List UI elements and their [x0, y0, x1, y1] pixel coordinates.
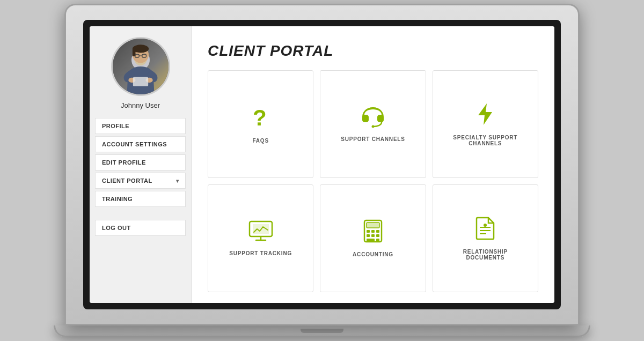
svg-rect-12 — [133, 77, 148, 86]
svg-rect-21 — [367, 223, 379, 228]
screen-bezel: Johnny User PROFILE ACCOUNT SETTINGS EDI… — [83, 20, 561, 309]
question-icon: ? — [250, 105, 272, 132]
bolt-icon — [477, 102, 493, 129]
svg-point-34 — [484, 224, 487, 227]
sidebar-item-account-settings[interactable]: ACCOUNT SETTINGS — [95, 136, 186, 152]
laptop-frame: Johnny User PROFILE ACCOUNT SETTINGS EDI… — [64, 4, 580, 325]
tile-faqs-label: FAQS — [252, 138, 268, 144]
page-title: CLIENT PORTAL — [208, 42, 538, 60]
tile-accounting[interactable]: ACCOUNTING — [320, 184, 426, 292]
sidebar-item-client-portal[interactable]: CLIENT PORTAL ▾ — [95, 173, 186, 189]
tile-accounting-label: ACCOUNTING — [353, 251, 393, 257]
chevron-down-icon: ▾ — [176, 178, 179, 184]
svg-text:?: ? — [253, 105, 267, 129]
svg-marker-15 — [478, 103, 492, 125]
laptop-hinge — [301, 329, 343, 333]
svg-rect-29 — [367, 239, 375, 241]
monitor-icon — [248, 220, 273, 245]
svg-rect-25 — [376, 230, 379, 233]
tile-support-channels[interactable]: SUPPORT CHANNELS — [320, 70, 426, 178]
svg-rect-26 — [367, 234, 370, 237]
svg-rect-28 — [376, 234, 379, 237]
user-name-label: Johnny User — [121, 101, 160, 109]
svg-rect-24 — [371, 230, 375, 233]
logout-button[interactable]: LOG OUT — [95, 220, 186, 236]
tile-relationship-docs-label: RELATIONSHIP DOCUMENTS — [444, 249, 527, 261]
tile-faqs[interactable]: ? FAQS — [208, 70, 313, 178]
laptop-base — [54, 325, 590, 337]
tile-specialty-label: SPECIALTY SUPPORT CHANNELS — [444, 135, 527, 146]
avatar — [111, 37, 170, 96]
tile-relationship-documents[interactable]: RELATIONSHIP DOCUMENTS — [433, 184, 538, 292]
calculator-icon — [363, 219, 383, 246]
svg-rect-23 — [367, 230, 370, 233]
nav-menu: PROFILE ACCOUNT SETTINGS EDIT PROFILE CL… — [90, 118, 191, 236]
tile-support-channels-label: SUPPORT CHANNELS — [341, 136, 405, 142]
svg-point-14 — [371, 125, 374, 128]
tile-support-tracking[interactable]: SUPPORT TRACKING — [208, 184, 313, 292]
headset-icon — [361, 106, 385, 131]
svg-rect-27 — [371, 234, 375, 237]
screen-content: Johnny User PROFILE ACCOUNT SETTINGS EDI… — [90, 26, 554, 303]
sidebar-item-profile[interactable]: PROFILE — [95, 118, 186, 134]
sidebar: Johnny User PROFILE ACCOUNT SETTINGS EDI… — [90, 26, 192, 303]
sidebar-item-training[interactable]: TRAINING — [95, 191, 186, 207]
document-icon — [475, 217, 495, 243]
main-content: CLIENT PORTAL ? FAQS — [192, 26, 554, 303]
sidebar-item-edit-profile[interactable]: EDIT PROFILE — [95, 154, 186, 171]
tile-specialty-support[interactable]: SPECIALTY SUPPORT CHANNELS — [433, 70, 538, 178]
tile-support-tracking-label: SUPPORT TRACKING — [229, 250, 292, 256]
tiles-grid: ? FAQS — [208, 70, 538, 292]
svg-rect-30 — [376, 239, 379, 241]
